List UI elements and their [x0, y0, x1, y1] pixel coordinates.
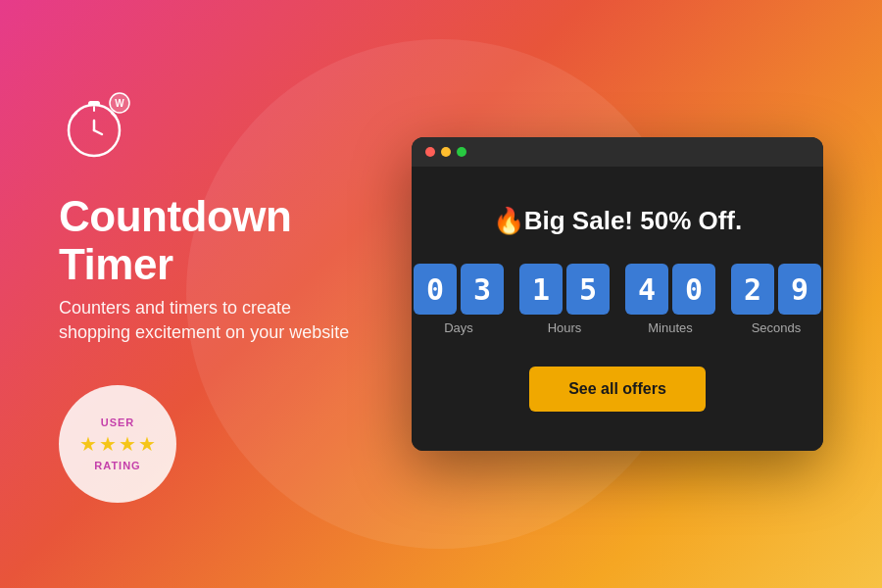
browser-dot-close — [425, 147, 435, 157]
left-panel: W Countdown Timer Counters and timers to… — [59, 85, 412, 502]
svg-rect-3 — [88, 101, 100, 106]
days-digits: 0 3 — [414, 264, 504, 315]
countdown-minutes: 4 0 Minutes — [625, 264, 715, 335]
hours-digit-0: 1 — [519, 264, 563, 315]
seconds-digit-1: 9 — [778, 264, 821, 315]
browser-titlebar — [412, 137, 823, 167]
plugin-subtitle: Counters and timers to create shopping e… — [59, 296, 353, 345]
svg-line-8 — [112, 113, 116, 117]
sale-title: 🔥Big Sale! 50% Off. — [493, 206, 743, 236]
seconds-label: Seconds — [752, 320, 802, 335]
user-rating-badge: USER ★ ★ ★ ★ RATING — [59, 385, 176, 503]
minutes-digits: 4 0 — [625, 264, 715, 315]
star-1: ★ — [79, 432, 97, 456]
browser-dot-minimize — [441, 147, 451, 157]
minutes-digit-1: 0 — [672, 264, 715, 315]
days-digit-0: 0 — [414, 264, 457, 315]
seconds-digit-0: 2 — [731, 264, 774, 315]
star-3: ★ — [119, 432, 136, 456]
svg-line-5 — [94, 130, 102, 134]
star-2: ★ — [99, 432, 117, 456]
see-offers-button[interactable]: See all offers — [529, 367, 706, 412]
rating-label-bottom: RATING — [94, 460, 140, 471]
browser-content: 🔥Big Sale! 50% Off. 0 3 Days 1 5 — [412, 167, 823, 451]
svg-line-7 — [73, 113, 76, 117]
days-label: Days — [444, 320, 473, 335]
plugin-title: Countdown Timer — [59, 193, 412, 288]
star-4: ★ — [138, 432, 156, 456]
browser-dot-maximize — [457, 147, 466, 157]
timer-icon: W — [59, 85, 137, 164]
minutes-digit-0: 4 — [625, 264, 668, 315]
title-block: Countdown Timer Counters and timers to c… — [59, 193, 412, 345]
rating-label-top: USER — [101, 416, 135, 428]
main-background: W Countdown Timer Counters and timers to… — [0, 0, 882, 588]
hours-label: Hours — [548, 320, 582, 335]
countdown-days: 0 3 Days — [414, 264, 504, 335]
hours-digits: 1 5 — [519, 264, 610, 315]
days-digit-1: 3 — [461, 264, 504, 315]
seconds-digits: 2 9 — [731, 264, 821, 315]
countdown-seconds: 2 9 Seconds — [731, 264, 821, 335]
plugin-icon-block: W — [59, 85, 137, 164]
minutes-label: Minutes — [648, 320, 693, 335]
rating-stars: ★ ★ ★ ★ — [79, 432, 156, 456]
countdown-row: 0 3 Days 1 5 Hours 4 — [414, 264, 821, 335]
svg-text:W: W — [115, 98, 124, 109]
hours-digit-1: 5 — [566, 264, 610, 315]
browser-mockup: 🔥Big Sale! 50% Off. 0 3 Days 1 5 — [412, 137, 823, 451]
countdown-hours: 1 5 Hours — [519, 264, 610, 335]
